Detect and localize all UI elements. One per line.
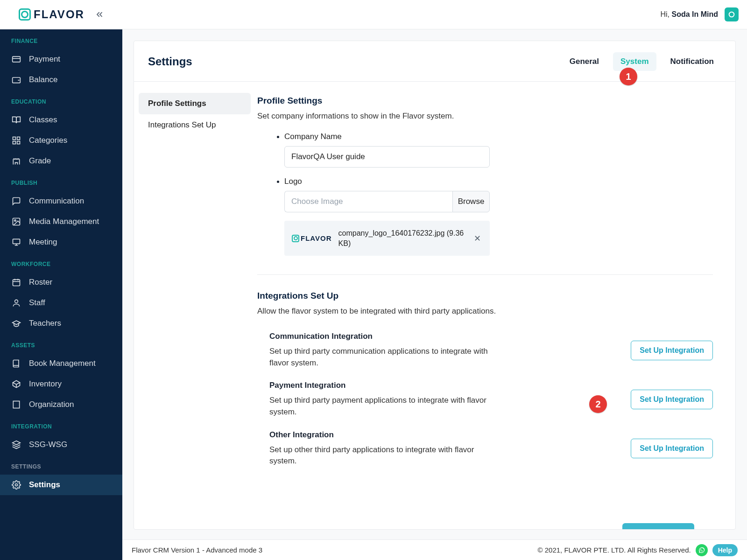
subnav-integrations-setup[interactable]: Integrations Set Up: [139, 114, 251, 136]
footer-version: Flavor CRM Version 1 - Advanced mode 3: [132, 546, 262, 554]
topbar: FLAVOR Hi, Soda In Mind: [0, 0, 747, 29]
sidebar-item-grade[interactable]: Grade: [0, 151, 122, 171]
integrations-section-title: Integrations Set Up: [257, 291, 713, 301]
svg-rect-10: [13, 239, 20, 244]
logo-file-placeholder: Choose Image: [291, 197, 343, 206]
sidebar-item-communication[interactable]: Communication: [0, 191, 122, 211]
building-icon: [11, 399, 21, 410]
remove-file-icon[interactable]: ✕: [472, 233, 482, 244]
chat-icon: [11, 196, 21, 206]
sidebar-item-organization[interactable]: Organization: [0, 394, 122, 415]
logo-file-input[interactable]: Choose Image: [284, 191, 452, 212]
tab-notification[interactable]: Notification: [663, 52, 722, 71]
svg-point-9: [14, 220, 16, 221]
integration-title: Payment Integration: [269, 381, 612, 390]
setup-other-button[interactable]: Set Up Integration: [631, 439, 713, 458]
svg-marker-27: [13, 441, 21, 445]
sidebar-item-classes[interactable]: Classes: [0, 110, 122, 130]
integration-desc: Set up other third party applications to…: [269, 444, 489, 467]
user-avatar[interactable]: [725, 7, 739, 21]
sidebar-section-label: SETTINGS: [0, 455, 122, 475]
settings-card: Settings General System Notification Pro…: [134, 41, 736, 530]
sidebar-section-label: INTEGRATION: [0, 415, 122, 434]
sidebar-item-book-management[interactable]: Book Management: [0, 353, 122, 374]
sidebar-item-settings[interactable]: Settings: [0, 475, 122, 495]
sidebar-item-staff[interactable]: Staff: [0, 293, 122, 313]
svg-rect-4: [13, 137, 16, 140]
company-name-label: Company Name: [284, 132, 713, 141]
box-icon: [11, 379, 21, 389]
sidebar-item-label: Grade: [29, 156, 51, 166]
media-icon: [11, 217, 21, 227]
svg-point-0: [729, 12, 734, 17]
sidebar-item-label: SSG-WSG: [29, 440, 67, 449]
tab-general[interactable]: General: [562, 52, 606, 71]
tab-system[interactable]: System: [613, 52, 656, 71]
svg-rect-20: [13, 401, 19, 408]
save-settings-button[interactable]: Save settings: [622, 523, 694, 529]
setup-communication-button[interactable]: Set Up Integration: [631, 341, 713, 360]
sidebar-item-label: Staff: [29, 298, 45, 308]
uploaded-file-thumb: FLAVOR: [292, 234, 332, 242]
annotation-marker-2: 2: [589, 395, 607, 413]
sidebar-item-meeting[interactable]: Meeting: [0, 232, 122, 252]
divider: [257, 274, 713, 275]
annotation-marker-1: 1: [620, 68, 637, 85]
logo-mark-icon: [292, 235, 299, 242]
settings-panel: Profile Settings Set company information…: [255, 82, 735, 529]
collapse-sidebar-icon[interactable]: [95, 10, 104, 19]
help-button[interactable]: Help: [712, 544, 738, 556]
sidebar-item-ssg-wsg[interactable]: SSG-WSG: [0, 434, 122, 455]
browse-button[interactable]: Browse: [452, 191, 490, 212]
sidebar-item-label: Organization: [29, 400, 74, 409]
sidebar-item-label: Communication: [29, 196, 84, 206]
sidebar-item-label: Inventory: [29, 379, 62, 389]
whatsapp-icon[interactable]: [696, 544, 708, 556]
sidebar-item-label: Roster: [29, 278, 52, 287]
calendar-icon: [11, 277, 21, 287]
presentation-icon: [11, 237, 21, 247]
profile-section-desc: Set company informations to show in the …: [257, 112, 713, 121]
sidebar-item-balance[interactable]: Balance: [0, 70, 122, 90]
gear-icon: [11, 480, 21, 490]
brand-text: FLAVOR: [34, 8, 85, 21]
uploaded-file-name: company_logo_1640176232.jpg (9.36 KB): [338, 228, 465, 248]
sidebar-item-inventory[interactable]: Inventory: [0, 374, 122, 394]
sidebar-section-label: PUBLISH: [0, 171, 122, 191]
subnav-profile-settings[interactable]: Profile Settings: [139, 93, 251, 114]
sidebar-item-teachers[interactable]: Teachers: [0, 313, 122, 334]
page-title: Settings: [148, 55, 192, 68]
sidebar-section-label: EDUCATION: [0, 90, 122, 110]
settings-subnav: Profile Settings Integrations Set Up: [134, 82, 255, 529]
integration-payment: Payment Integration Set up third party p…: [257, 381, 713, 418]
main-area: Settings General System Notification Pro…: [122, 29, 747, 560]
logo-label: Logo: [284, 177, 713, 186]
sidebar-section-label: FINANCE: [0, 29, 122, 49]
integration-title: Other Integration: [269, 430, 612, 440]
setup-payment-button[interactable]: Set Up Integration: [631, 390, 713, 409]
sidebar-item-roster[interactable]: Roster: [0, 272, 122, 293]
sidebar-item-categories[interactable]: Categories: [0, 130, 122, 151]
sidebar-item-payment[interactable]: Payment: [0, 49, 122, 70]
svg-rect-6: [13, 141, 16, 144]
logo-mark-icon: [19, 8, 31, 21]
card-icon: [11, 54, 21, 64]
svg-rect-13: [13, 280, 20, 286]
svg-rect-1: [13, 56, 21, 62]
sidebar-item-label: Payment: [29, 55, 60, 64]
brand-logo[interactable]: FLAVOR: [19, 8, 85, 21]
sidebar-item-label: Balance: [29, 75, 57, 84]
castle-icon: [11, 156, 21, 166]
svg-rect-7: [17, 141, 20, 144]
wallet-icon: [11, 75, 21, 85]
sidebar-item-media-management[interactable]: Media Management: [0, 211, 122, 232]
sidebar-item-label: Teachers: [29, 319, 61, 328]
layers-icon: [11, 440, 21, 450]
settings-tabs: General System Notification: [562, 52, 721, 71]
sidebar-section-label: WORKFORCE: [0, 252, 122, 272]
svg-point-17: [15, 300, 18, 303]
footer: Flavor CRM Version 1 - Advanced mode 3 ©…: [122, 539, 747, 560]
integration-desc: Set up third party payment applications …: [269, 395, 489, 418]
user-icon: [11, 298, 21, 308]
company-name-input[interactable]: [284, 146, 490, 168]
